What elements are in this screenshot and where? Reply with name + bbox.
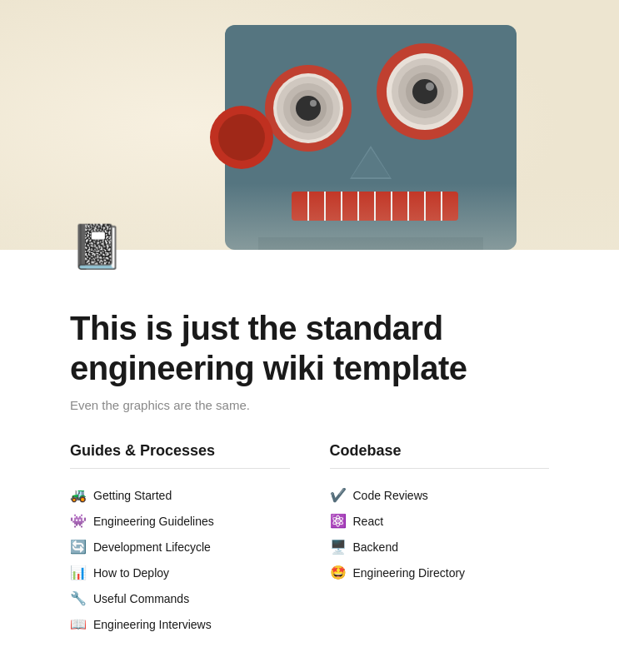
code-reviews-link[interactable]: Code Reviews (353, 489, 428, 502)
getting-started-icon: 🚜 (70, 487, 87, 503)
guides-link-list: 🚜 Getting Started 👾 Engineering Guidelin… (70, 482, 290, 637)
list-item[interactable]: 👾 Engineering Guidelines (70, 508, 290, 534)
engineering-directory-icon: 🤩 (330, 565, 347, 580)
svg-point-9 (310, 100, 317, 107)
list-item[interactable]: ⚛️ React (330, 508, 550, 534)
page-icon: 📓 (70, 225, 120, 275)
development-lifecycle-icon: 🔄 (70, 539, 87, 555)
list-item[interactable]: 🔄 Development Lifecycle (70, 534, 290, 560)
sections-grid: Guides & Processes 🚜 Getting Started 👾 E… (70, 442, 549, 637)
hero-image (0, 0, 619, 250)
page-title: This is just the standard engineering wi… (70, 308, 549, 388)
useful-commands-link[interactable]: Useful Commands (93, 592, 189, 605)
code-reviews-icon: ✔️ (330, 487, 347, 503)
svg-point-8 (296, 96, 321, 121)
svg-point-16 (426, 82, 434, 91)
svg-point-30 (218, 114, 265, 161)
list-item[interactable]: 🖥️ Backend (330, 534, 550, 560)
list-item[interactable]: 🚜 Getting Started (70, 482, 290, 508)
backend-icon: 🖥️ (330, 539, 347, 555)
engineering-directory-link[interactable]: Engineering Directory (353, 566, 466, 580)
development-lifecycle-link[interactable]: Development Lifecycle (93, 540, 211, 554)
react-icon: ⚛️ (330, 513, 347, 529)
engineering-guidelines-icon: 👾 (70, 513, 87, 529)
codebase-section: Codebase ✔️ Code Reviews ⚛️ React 🖥️ Bac… (330, 442, 550, 637)
how-to-deploy-link[interactable]: How to Deploy (93, 566, 169, 580)
list-item[interactable]: 📖 Engineering Interviews (70, 611, 290, 637)
engineering-guidelines-link[interactable]: Engineering Guidelines (93, 515, 214, 528)
engineering-interviews-icon: 📖 (70, 616, 87, 632)
guides-section: Guides & Processes 🚜 Getting Started 👾 E… (70, 442, 290, 637)
how-to-deploy-icon: 📊 (70, 565, 87, 580)
useful-commands-icon: 🔧 (70, 590, 87, 606)
guides-section-title: Guides & Processes (70, 442, 290, 469)
list-item[interactable]: 🤩 Engineering Directory (330, 560, 550, 585)
codebase-link-list: ✔️ Code Reviews ⚛️ React 🖥️ Backend 🤩 En… (330, 482, 550, 585)
getting-started-link[interactable]: Getting Started (93, 489, 172, 502)
list-item[interactable]: 🔧 Useful Commands (70, 585, 290, 611)
engineering-interviews-link[interactable]: Engineering Interviews (93, 618, 212, 631)
codebase-section-title: Codebase (330, 442, 550, 469)
list-item[interactable]: ✔️ Code Reviews (330, 482, 550, 508)
page-subtitle: Even the graphics are the same. (70, 398, 549, 412)
backend-link[interactable]: Backend (353, 540, 398, 554)
react-link[interactable]: React (353, 515, 384, 528)
list-item[interactable]: 📊 How to Deploy (70, 560, 290, 585)
content-area: This is just the standard engineering wi… (0, 275, 619, 672)
svg-point-15 (412, 79, 437, 104)
